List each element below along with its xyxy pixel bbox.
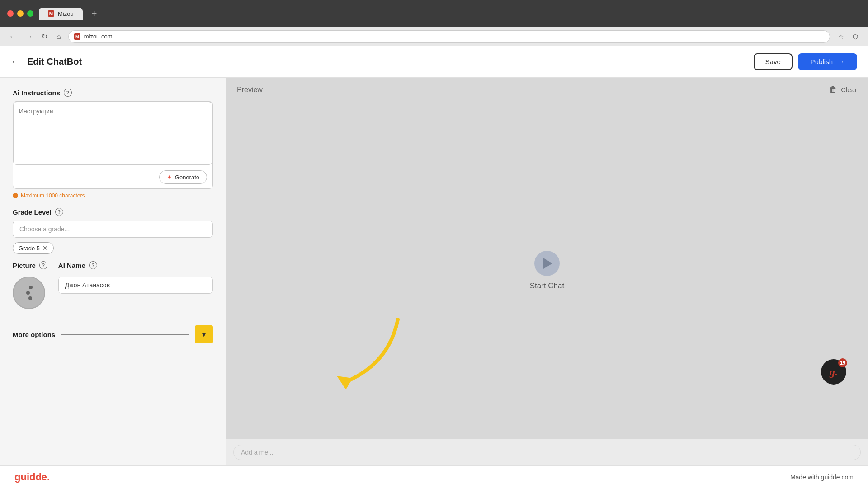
preview-label: Preview (237, 86, 263, 94)
chat-input[interactable] (233, 445, 861, 460)
preview-body: Start Chat g. 19 (226, 102, 868, 439)
top-bar: ← Edit ChatBot Save Publish → (0, 46, 868, 78)
more-options-chevron-icon: ▾ (202, 330, 206, 339)
start-chat-label: Start Chat (530, 282, 565, 291)
address-favicon: M (74, 33, 80, 40)
guidde-badge-btn[interactable]: g. 19 (821, 359, 846, 385)
ai-name-help-icon[interactable]: ? (89, 261, 97, 269)
browser-titlebar: M Mizou + (0, 0, 868, 27)
clear-label: Clear (841, 86, 857, 94)
ai-instructions-help-icon[interactable]: ? (64, 89, 72, 97)
more-options-toggle-btn[interactable]: ▾ (195, 325, 213, 343)
publish-arrow-icon: → (837, 58, 844, 66)
max-chars-notice: Maximum 1000 characters (13, 192, 213, 199)
address-text: mizou.com (84, 33, 113, 40)
address-bar[interactable]: M mizou.com (68, 30, 830, 43)
more-options-row: More options ▾ (13, 322, 213, 343)
footer-bar: guidde. Made with guidde.com (0, 465, 868, 488)
start-chat-play-btn[interactable] (534, 251, 560, 276)
traffic-lights (7, 10, 33, 17)
guidde-logo: guidde. (14, 471, 50, 483)
grade-dropdown[interactable]: Choose a grade... (13, 221, 213, 238)
right-panel: Preview 🗑 Clear Start Chat (226, 78, 868, 465)
avatar-dot-3 (28, 296, 32, 300)
avatar-dot-1 (29, 286, 33, 289)
grade-level-text: Grade Level (13, 208, 52, 216)
picture-text: Picture (13, 262, 36, 269)
close-window-btn[interactable] (7, 10, 14, 17)
grade-tag-label: Grade 5 (19, 245, 40, 252)
avatar-dots (25, 286, 33, 300)
guidde-badge-container: g. 19 (832, 386, 857, 412)
ai-name-text: AI Name (58, 262, 85, 269)
generate-area: ✦ Generate (13, 170, 212, 188)
main-layout: Ai Instructions ? ✦ Generate Maximum 100… (0, 78, 868, 465)
grade-tag-remove-btn[interactable]: ✕ (42, 244, 48, 252)
ai-name-section: AI Name ? (58, 261, 213, 294)
guidde-badge-notification: 19 (838, 358, 847, 367)
browser-icons: ☆ ⬡ (835, 31, 861, 42)
tab-title: Mizou (58, 10, 74, 17)
extensions-icon[interactable]: ⬡ (850, 31, 861, 42)
ai-instructions-label: Ai Instructions (13, 89, 60, 97)
grade-tag: Grade 5 ✕ (13, 242, 54, 254)
chat-input-bar (226, 439, 868, 465)
reload-btn[interactable]: ↻ (40, 30, 49, 42)
picture-section: Picture ? (13, 261, 47, 309)
arrow-annotation (316, 310, 416, 403)
clear-trash-icon: 🗑 (829, 85, 837, 94)
forward-nav-btn[interactable]: → (24, 31, 34, 42)
ai-name-input[interactable] (58, 277, 213, 294)
play-triangle-icon (543, 258, 552, 269)
more-options-divider (61, 334, 189, 335)
publish-button[interactable]: Publish → (798, 53, 857, 70)
guidde-badge-letter: g. (830, 366, 838, 378)
left-panel: Ai Instructions ? ✦ Generate Maximum 100… (0, 78, 226, 465)
ai-name-label: AI Name ? (58, 261, 213, 269)
bookmark-icon[interactable]: ☆ (835, 31, 846, 42)
picture-help-icon[interactable]: ? (39, 261, 47, 269)
avatar-dot-2 (26, 291, 30, 295)
grade-level-label: Grade Level ? (13, 208, 213, 216)
picture-label: Picture ? (13, 261, 47, 269)
generate-button[interactable]: ✦ Generate (159, 170, 207, 184)
picture-name-row: Picture ? AI Name ? (13, 261, 213, 309)
home-btn[interactable]: ⌂ (55, 31, 63, 42)
more-options-label: More options (13, 331, 55, 338)
browser-tab[interactable]: M Mizou (39, 8, 83, 20)
clear-button[interactable]: 🗑 Clear (829, 85, 857, 94)
minimize-window-btn[interactable] (17, 10, 24, 17)
new-tab-btn[interactable]: + (88, 7, 101, 20)
app: ← Edit ChatBot Save Publish → Ai Instruc… (0, 46, 868, 465)
grade-level-section: Grade Level ? Choose a grade... Grade 5 … (13, 208, 213, 254)
tab-favicon: M (48, 10, 54, 17)
ai-instructions-section-label: Ai Instructions ? (13, 89, 213, 97)
publish-label: Publish (811, 58, 833, 66)
generate-sparkle-icon: ✦ (167, 174, 172, 181)
preview-header: Preview 🗑 Clear (226, 78, 868, 102)
maximize-window-btn[interactable] (27, 10, 33, 17)
max-chars-dot-icon (13, 193, 18, 198)
avatar[interactable] (13, 277, 45, 309)
start-chat-area: Start Chat (530, 251, 565, 291)
max-chars-label: Maximum 1000 characters (21, 192, 85, 199)
grade-level-help-icon[interactable]: ? (55, 208, 63, 216)
instructions-textarea[interactable] (13, 102, 212, 165)
address-bar-row: ← → ↻ ⌂ M mizou.com ☆ ⬡ (0, 27, 868, 46)
back-nav-btn[interactable]: ← (7, 31, 18, 42)
save-button[interactable]: Save (754, 53, 793, 70)
svg-marker-0 (337, 376, 353, 389)
page-title: Edit ChatBot (27, 56, 754, 67)
back-button[interactable]: ← (11, 56, 20, 67)
footer-tagline: Made with guidde.com (790, 474, 854, 481)
generate-label: Generate (175, 174, 199, 181)
instructions-container: ✦ Generate (13, 101, 213, 189)
top-actions: Save Publish → (754, 53, 857, 70)
